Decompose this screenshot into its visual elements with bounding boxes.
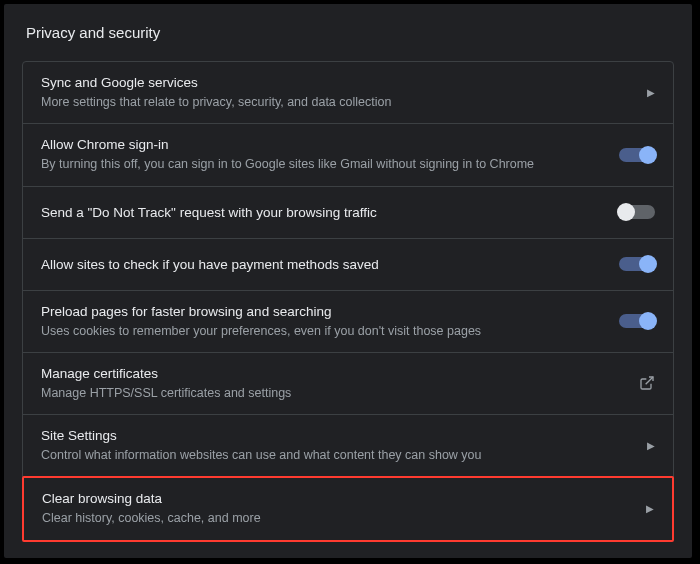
row-subtitle: Control what information websites can us… (41, 447, 631, 463)
section-title: Privacy and security (22, 24, 674, 41)
chevron-right-icon: ▶ (647, 440, 655, 451)
row-title: Manage certificates (41, 366, 623, 381)
toggle-do-not-track[interactable] (619, 205, 655, 219)
row-title: Allow sites to check if you have payment… (41, 257, 603, 272)
row-text: Allow sites to check if you have payment… (41, 257, 619, 272)
chevron-right-icon: ▶ (647, 87, 655, 98)
toggle-payment-methods[interactable] (619, 257, 655, 271)
row-text: Send a "Do Not Track" request with your … (41, 205, 619, 220)
row-subtitle: Manage HTTPS/SSL certificates and settin… (41, 385, 623, 401)
row-title: Clear browsing data (42, 491, 630, 506)
row-subtitle: More settings that relate to privacy, se… (41, 94, 631, 110)
row-subtitle: Uses cookies to remember your preference… (41, 323, 603, 339)
row-text: Site Settings Control what information w… (41, 428, 647, 463)
row-title: Sync and Google services (41, 75, 631, 90)
settings-list: Sync and Google services More settings t… (22, 61, 674, 542)
row-text: Sync and Google services More settings t… (41, 75, 647, 110)
row-text: Clear browsing data Clear history, cooki… (42, 491, 646, 526)
row-clear-browsing-data[interactable]: Clear browsing data Clear history, cooki… (22, 476, 674, 541)
row-text: Preload pages for faster browsing and se… (41, 304, 619, 339)
row-text: Allow Chrome sign-in By turning this off… (41, 137, 619, 172)
row-subtitle: Clear history, cookies, cache, and more (42, 510, 630, 526)
toggle-preload-pages[interactable] (619, 314, 655, 328)
row-preload-pages[interactable]: Preload pages for faster browsing and se… (23, 291, 673, 353)
toggle-allow-chrome-signin[interactable] (619, 148, 655, 162)
row-allow-chrome-signin[interactable]: Allow Chrome sign-in By turning this off… (23, 124, 673, 186)
privacy-security-panel: Privacy and security Sync and Google ser… (4, 4, 692, 558)
row-manage-certificates[interactable]: Manage certificates Manage HTTPS/SSL cer… (23, 353, 673, 415)
row-payment-methods[interactable]: Allow sites to check if you have payment… (23, 239, 673, 291)
row-title: Site Settings (41, 428, 631, 443)
row-text: Manage certificates Manage HTTPS/SSL cer… (41, 366, 639, 401)
row-site-settings[interactable]: Site Settings Control what information w… (23, 415, 673, 477)
row-subtitle: By turning this off, you can sign in to … (41, 156, 603, 172)
row-sync-google-services[interactable]: Sync and Google services More settings t… (23, 62, 673, 124)
row-title: Allow Chrome sign-in (41, 137, 603, 152)
row-title: Send a "Do Not Track" request with your … (41, 205, 603, 220)
row-title: Preload pages for faster browsing and se… (41, 304, 603, 319)
row-do-not-track[interactable]: Send a "Do Not Track" request with your … (23, 187, 673, 239)
svg-line-0 (646, 377, 653, 384)
chevron-right-icon: ▶ (646, 503, 654, 514)
external-link-icon (639, 375, 655, 391)
